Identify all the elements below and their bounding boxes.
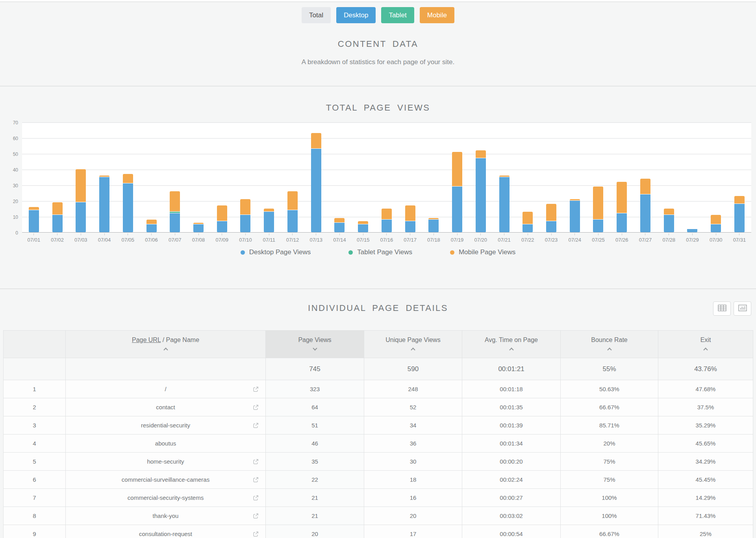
page-name-cell: consultation-request [66,525,266,538]
stacked-bar-07/11[interactable] [264,209,274,232]
external-link-icon[interactable] [253,404,259,410]
stacked-bar-07/15[interactable] [358,221,368,232]
legend-item-mobile[interactable]: Mobile Page Views [450,248,515,256]
stacked-bar-07/26[interactable] [617,182,627,232]
x-axis-label: 07/02 [46,233,69,243]
bar-group-07/18 [422,122,445,232]
legend-item-desktop[interactable]: Desktop Page Views [241,248,311,256]
external-link-icon[interactable] [253,495,259,501]
x-axis-label: 07/03 [69,233,93,243]
stacked-bar-07/02[interactable] [52,202,63,232]
filter-button-total[interactable]: Total [302,7,331,23]
cell-unique: 30 [364,453,462,471]
external-link-icon[interactable] [253,531,259,537]
x-axis-label: 07/26 [610,233,634,243]
stacked-bar-07/28[interactable] [664,209,674,232]
stacked-bar-07/23[interactable] [546,204,556,232]
stacked-bar-07/12[interactable] [287,191,298,232]
desktop-segment [428,220,439,232]
stacked-bar-07/10[interactable] [240,199,250,232]
cell-views: 21 [266,507,364,525]
cell-avg_time: 00:01:34 [462,434,561,453]
external-link-icon[interactable] [253,477,259,483]
table-row: 5home-security353000:00:2075%34.29% [4,453,753,471]
stacked-bar-07/18[interactable] [428,218,439,232]
mobile-segment [29,207,39,210]
desktop-segment [287,210,298,232]
stacked-bar-07/30[interactable] [711,215,721,232]
bar-group-07/03 [69,122,93,232]
column-header-name[interactable]: Page URL / Page Name [66,331,266,358]
mobile-segment [287,191,298,210]
cell-bounce: 75% [561,471,658,489]
column-header-views[interactable]: Page Views [266,331,364,358]
desktop-segment [711,224,721,232]
table-row: 8thank-you212000:03:02100%71.43% [4,507,753,525]
column-header-unique[interactable]: Unique Page Views [364,331,462,358]
sort-asc-icon [163,348,168,352]
sort-asc-icon [509,348,513,352]
x-axis-label: 07/21 [493,233,516,243]
legend-item-tablet[interactable]: Tablet Page Views [348,248,412,256]
stacked-bar-07/14[interactable] [334,218,345,232]
stacked-bar-07/13[interactable] [311,133,321,232]
stacked-bar-07/06[interactable] [146,220,157,232]
stacked-bar-07/20[interactable] [476,150,486,232]
cell-exit: 71.43% [658,507,753,525]
stacked-bar-07/22[interactable] [523,212,533,232]
x-axis-label: 07/18 [422,233,445,243]
stacked-bar-07/31[interactable] [734,196,745,232]
cell-views: 20 [266,525,364,538]
stacked-bar-07/27[interactable] [640,179,650,232]
chart-x-axis: 07/0107/0207/0307/0407/0507/0607/0707/08… [22,233,751,243]
column-header-rank [4,331,66,358]
x-axis-label: 07/30 [704,233,728,243]
external-link-icon[interactable] [253,422,259,428]
stacked-bar-07/25[interactable] [593,187,603,232]
cell-views: 64 [266,398,364,416]
stacked-bar-07/21[interactable] [499,176,510,232]
chart-view-icon [738,305,747,313]
stacked-bar-07/17[interactable] [405,205,415,232]
desktop-segment [334,223,345,232]
stacked-bar-07/29[interactable] [687,229,697,232]
cell-unique: 18 [364,471,462,489]
filter-button-mobile[interactable]: Mobile [420,7,454,23]
cell-avg_time: 00:00:54 [462,525,561,538]
x-axis-label: 07/15 [351,233,375,243]
column-header-exit[interactable]: Exit [658,331,753,358]
column-header-bounce[interactable]: Bounce Rate [561,331,658,358]
bar-group-07/08 [187,122,210,232]
desktop-segment [405,221,415,232]
stacked-bar-07/07[interactable] [170,191,180,232]
bar-group-07/12 [281,122,304,232]
stacked-bar-07/01[interactable] [29,207,39,232]
external-link-icon[interactable] [253,513,259,519]
stacked-bar-07/19[interactable] [452,152,462,232]
row-rank-cell: 7 [4,489,66,507]
cell-bounce: 66.67% [561,525,658,538]
bar-group-07/14 [328,122,352,232]
stacked-bar-07/09[interactable] [217,205,227,232]
column-header-avg_time[interactable]: Avg. Time on Page [462,331,561,358]
y-axis-label: 20 [13,199,18,204]
stacked-bar-07/05[interactable] [123,174,133,232]
stacked-bar-07/24[interactable] [570,199,580,232]
stacked-bar-07/16[interactable] [382,209,392,232]
filter-button-tablet[interactable]: Tablet [381,7,414,23]
stacked-bar-07/03[interactable] [76,169,86,232]
stacked-bar-07/08[interactable] [193,223,204,232]
page-name-cell: / [66,380,266,398]
stacked-bar-07/04[interactable] [99,176,109,232]
external-link-icon[interactable] [253,459,259,464]
table-view-button[interactable] [713,301,731,316]
chart-view-button[interactable] [734,301,751,316]
x-axis-label: 07/28 [657,233,681,243]
sort-asc-icon [607,348,611,352]
cell-bounce: 66.67% [561,398,658,416]
mobile-segment [170,191,180,212]
external-link-icon[interactable] [253,386,259,392]
cell-avg_time: 00:03:02 [462,507,561,525]
y-axis-label: 50 [13,152,18,157]
filter-button-desktop[interactable]: Desktop [336,7,376,23]
